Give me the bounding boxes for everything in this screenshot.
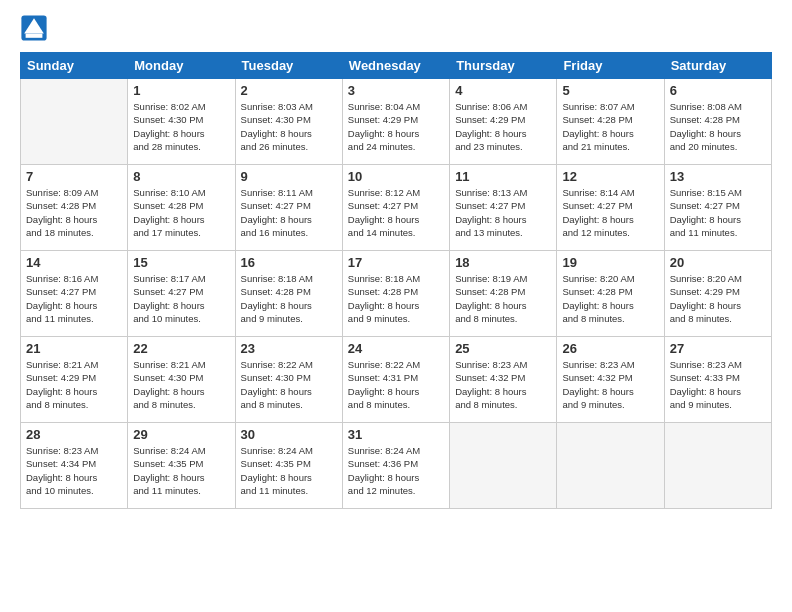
- calendar-cell: 21Sunrise: 8:21 AM Sunset: 4:29 PM Dayli…: [21, 337, 128, 423]
- header: [20, 16, 772, 42]
- day-info: Sunrise: 8:14 AM Sunset: 4:27 PM Dayligh…: [562, 186, 658, 239]
- day-number: 19: [562, 255, 658, 270]
- day-info: Sunrise: 8:24 AM Sunset: 4:36 PM Dayligh…: [348, 444, 444, 497]
- day-number: 13: [670, 169, 766, 184]
- day-info: Sunrise: 8:09 AM Sunset: 4:28 PM Dayligh…: [26, 186, 122, 239]
- day-info: Sunrise: 8:10 AM Sunset: 4:28 PM Dayligh…: [133, 186, 229, 239]
- day-info: Sunrise: 8:23 AM Sunset: 4:33 PM Dayligh…: [670, 358, 766, 411]
- calendar-cell: 4Sunrise: 8:06 AM Sunset: 4:29 PM Daylig…: [450, 79, 557, 165]
- calendar-cell: 3Sunrise: 8:04 AM Sunset: 4:29 PM Daylig…: [342, 79, 449, 165]
- calendar-cell: 5Sunrise: 8:07 AM Sunset: 4:28 PM Daylig…: [557, 79, 664, 165]
- calendar-cell: 6Sunrise: 8:08 AM Sunset: 4:28 PM Daylig…: [664, 79, 771, 165]
- calendar-cell: 17Sunrise: 8:18 AM Sunset: 4:28 PM Dayli…: [342, 251, 449, 337]
- day-info: Sunrise: 8:03 AM Sunset: 4:30 PM Dayligh…: [241, 100, 337, 153]
- calendar-header: SundayMondayTuesdayWednesdayThursdayFrid…: [21, 53, 772, 79]
- day-info: Sunrise: 8:20 AM Sunset: 4:29 PM Dayligh…: [670, 272, 766, 325]
- day-number: 10: [348, 169, 444, 184]
- svg-rect-2: [26, 34, 43, 38]
- calendar-week-2: 7Sunrise: 8:09 AM Sunset: 4:28 PM Daylig…: [21, 165, 772, 251]
- day-info: Sunrise: 8:18 AM Sunset: 4:28 PM Dayligh…: [348, 272, 444, 325]
- calendar-cell: 14Sunrise: 8:16 AM Sunset: 4:27 PM Dayli…: [21, 251, 128, 337]
- calendar-cell: 2Sunrise: 8:03 AM Sunset: 4:30 PM Daylig…: [235, 79, 342, 165]
- calendar-table: SundayMondayTuesdayWednesdayThursdayFrid…: [20, 52, 772, 509]
- calendar-cell: [21, 79, 128, 165]
- day-info: Sunrise: 8:17 AM Sunset: 4:27 PM Dayligh…: [133, 272, 229, 325]
- calendar-cell: 25Sunrise: 8:23 AM Sunset: 4:32 PM Dayli…: [450, 337, 557, 423]
- header-wednesday: Wednesday: [342, 53, 449, 79]
- day-info: Sunrise: 8:22 AM Sunset: 4:30 PM Dayligh…: [241, 358, 337, 411]
- day-number: 22: [133, 341, 229, 356]
- day-info: Sunrise: 8:07 AM Sunset: 4:28 PM Dayligh…: [562, 100, 658, 153]
- day-number: 14: [26, 255, 122, 270]
- header-tuesday: Tuesday: [235, 53, 342, 79]
- calendar-cell: [557, 423, 664, 509]
- day-number: 16: [241, 255, 337, 270]
- calendar-cell: 20Sunrise: 8:20 AM Sunset: 4:29 PM Dayli…: [664, 251, 771, 337]
- calendar-cell: [450, 423, 557, 509]
- calendar-cell: 22Sunrise: 8:21 AM Sunset: 4:30 PM Dayli…: [128, 337, 235, 423]
- day-number: 20: [670, 255, 766, 270]
- day-info: Sunrise: 8:22 AM Sunset: 4:31 PM Dayligh…: [348, 358, 444, 411]
- calendar-body: 1Sunrise: 8:02 AM Sunset: 4:30 PM Daylig…: [21, 79, 772, 509]
- day-number: 15: [133, 255, 229, 270]
- day-number: 27: [670, 341, 766, 356]
- day-info: Sunrise: 8:15 AM Sunset: 4:27 PM Dayligh…: [670, 186, 766, 239]
- day-number: 21: [26, 341, 122, 356]
- calendar-week-4: 21Sunrise: 8:21 AM Sunset: 4:29 PM Dayli…: [21, 337, 772, 423]
- calendar-cell: 8Sunrise: 8:10 AM Sunset: 4:28 PM Daylig…: [128, 165, 235, 251]
- day-info: Sunrise: 8:13 AM Sunset: 4:27 PM Dayligh…: [455, 186, 551, 239]
- calendar-cell: 9Sunrise: 8:11 AM Sunset: 4:27 PM Daylig…: [235, 165, 342, 251]
- day-number: 5: [562, 83, 658, 98]
- day-number: 25: [455, 341, 551, 356]
- day-number: 2: [241, 83, 337, 98]
- day-info: Sunrise: 8:23 AM Sunset: 4:32 PM Dayligh…: [455, 358, 551, 411]
- calendar-cell: 28Sunrise: 8:23 AM Sunset: 4:34 PM Dayli…: [21, 423, 128, 509]
- calendar-week-5: 28Sunrise: 8:23 AM Sunset: 4:34 PM Dayli…: [21, 423, 772, 509]
- day-info: Sunrise: 8:11 AM Sunset: 4:27 PM Dayligh…: [241, 186, 337, 239]
- calendar-week-3: 14Sunrise: 8:16 AM Sunset: 4:27 PM Dayli…: [21, 251, 772, 337]
- calendar-cell: [664, 423, 771, 509]
- day-info: Sunrise: 8:24 AM Sunset: 4:35 PM Dayligh…: [133, 444, 229, 497]
- day-number: 23: [241, 341, 337, 356]
- day-number: 1: [133, 83, 229, 98]
- calendar-cell: 18Sunrise: 8:19 AM Sunset: 4:28 PM Dayli…: [450, 251, 557, 337]
- day-info: Sunrise: 8:23 AM Sunset: 4:32 PM Dayligh…: [562, 358, 658, 411]
- day-info: Sunrise: 8:18 AM Sunset: 4:28 PM Dayligh…: [241, 272, 337, 325]
- calendar-cell: 15Sunrise: 8:17 AM Sunset: 4:27 PM Dayli…: [128, 251, 235, 337]
- calendar-cell: 1Sunrise: 8:02 AM Sunset: 4:30 PM Daylig…: [128, 79, 235, 165]
- calendar-cell: 23Sunrise: 8:22 AM Sunset: 4:30 PM Dayli…: [235, 337, 342, 423]
- calendar-cell: 13Sunrise: 8:15 AM Sunset: 4:27 PM Dayli…: [664, 165, 771, 251]
- header-monday: Monday: [128, 53, 235, 79]
- day-info: Sunrise: 8:24 AM Sunset: 4:35 PM Dayligh…: [241, 444, 337, 497]
- day-number: 31: [348, 427, 444, 442]
- header-sunday: Sunday: [21, 53, 128, 79]
- calendar-cell: 27Sunrise: 8:23 AM Sunset: 4:33 PM Dayli…: [664, 337, 771, 423]
- day-info: Sunrise: 8:16 AM Sunset: 4:27 PM Dayligh…: [26, 272, 122, 325]
- day-info: Sunrise: 8:04 AM Sunset: 4:29 PM Dayligh…: [348, 100, 444, 153]
- calendar-cell: 30Sunrise: 8:24 AM Sunset: 4:35 PM Dayli…: [235, 423, 342, 509]
- calendar-cell: 26Sunrise: 8:23 AM Sunset: 4:32 PM Dayli…: [557, 337, 664, 423]
- day-info: Sunrise: 8:19 AM Sunset: 4:28 PM Dayligh…: [455, 272, 551, 325]
- day-number: 18: [455, 255, 551, 270]
- header-friday: Friday: [557, 53, 664, 79]
- calendar-week-1: 1Sunrise: 8:02 AM Sunset: 4:30 PM Daylig…: [21, 79, 772, 165]
- day-number: 24: [348, 341, 444, 356]
- day-number: 7: [26, 169, 122, 184]
- header-thursday: Thursday: [450, 53, 557, 79]
- calendar-cell: 29Sunrise: 8:24 AM Sunset: 4:35 PM Dayli…: [128, 423, 235, 509]
- day-info: Sunrise: 8:08 AM Sunset: 4:28 PM Dayligh…: [670, 100, 766, 153]
- day-info: Sunrise: 8:20 AM Sunset: 4:28 PM Dayligh…: [562, 272, 658, 325]
- day-info: Sunrise: 8:12 AM Sunset: 4:27 PM Dayligh…: [348, 186, 444, 239]
- day-info: Sunrise: 8:23 AM Sunset: 4:34 PM Dayligh…: [26, 444, 122, 497]
- logo-icon: [20, 14, 48, 42]
- day-number: 8: [133, 169, 229, 184]
- header-saturday: Saturday: [664, 53, 771, 79]
- day-number: 4: [455, 83, 551, 98]
- day-number: 28: [26, 427, 122, 442]
- day-number: 29: [133, 427, 229, 442]
- calendar-cell: 12Sunrise: 8:14 AM Sunset: 4:27 PM Dayli…: [557, 165, 664, 251]
- calendar-cell: 7Sunrise: 8:09 AM Sunset: 4:28 PM Daylig…: [21, 165, 128, 251]
- calendar-cell: 16Sunrise: 8:18 AM Sunset: 4:28 PM Dayli…: [235, 251, 342, 337]
- calendar-cell: 19Sunrise: 8:20 AM Sunset: 4:28 PM Dayli…: [557, 251, 664, 337]
- day-number: 30: [241, 427, 337, 442]
